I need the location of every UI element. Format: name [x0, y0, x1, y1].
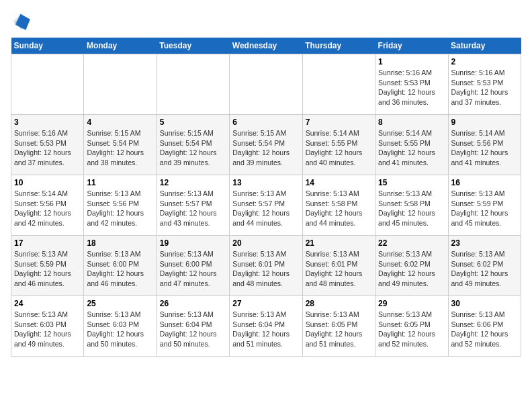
calendar: SundayMondayTuesdayWednesdayThursdayFrid…: [11, 38, 521, 357]
day-number: 9: [451, 118, 518, 127]
day-number: 16: [451, 178, 518, 187]
day-info: Sunrise: 5:15 AM Sunset: 5:54 PM Dayligh…: [232, 128, 299, 168]
day-number: 23: [451, 238, 518, 248]
calendar-cell-w4d1: 25Sunrise: 5:13 AM Sunset: 6:03 PM Dayli…: [84, 296, 157, 357]
day-number: 6: [232, 118, 299, 127]
day-number: 28: [306, 299, 372, 308]
calendar-cell-w3d3: 20Sunrise: 5:13 AM Sunset: 6:01 PM Dayli…: [230, 236, 302, 296]
day-number: 12: [160, 178, 226, 187]
calendar-cell-w4d5: 29Sunrise: 5:13 AM Sunset: 6:05 PM Dayli…: [375, 296, 448, 357]
calendar-cell-w1d1: 4Sunrise: 5:15 AM Sunset: 5:54 PM Daylig…: [84, 115, 157, 175]
day-number: 5: [160, 118, 226, 127]
week-row-4: 24Sunrise: 5:13 AM Sunset: 6:03 PM Dayli…: [11, 296, 521, 357]
day-info: Sunrise: 5:14 AM Sunset: 5:56 PM Dayligh…: [14, 189, 81, 228]
weekday-header-row: SundayMondayTuesdayWednesdayThursdayFrid…: [11, 38, 521, 54]
calendar-cell-w1d5: 8Sunrise: 5:14 AM Sunset: 5:55 PM Daylig…: [375, 115, 448, 175]
day-number: 24: [14, 299, 81, 308]
day-number: 13: [232, 178, 299, 187]
day-number: 17: [14, 238, 81, 248]
calendar-cell-w0d1: [84, 54, 157, 115]
day-info: Sunrise: 5:13 AM Sunset: 5:56 PM Dayligh…: [87, 189, 153, 228]
calendar-cell-w3d6: 23Sunrise: 5:13 AM Sunset: 6:02 PM Dayli…: [448, 236, 521, 296]
weekday-header-monday: Monday: [84, 38, 157, 54]
day-number: 10: [14, 178, 81, 187]
day-info: Sunrise: 5:16 AM Sunset: 5:53 PM Dayligh…: [378, 68, 445, 107]
day-info: Sunrise: 5:13 AM Sunset: 6:04 PM Dayligh…: [232, 310, 299, 349]
calendar-cell-w2d2: 12Sunrise: 5:13 AM Sunset: 5:57 PM Dayli…: [157, 175, 229, 236]
calendar-cell-w1d0: 3Sunrise: 5:16 AM Sunset: 5:53 PM Daylig…: [11, 115, 84, 175]
calendar-cell-w4d3: 27Sunrise: 5:13 AM Sunset: 6:04 PM Dayli…: [230, 296, 302, 357]
day-number: 29: [378, 299, 445, 308]
day-number: 14: [306, 178, 372, 187]
calendar-cell-w3d0: 17Sunrise: 5:13 AM Sunset: 5:59 PM Dayli…: [11, 236, 84, 296]
day-number: 3: [14, 118, 81, 127]
day-info: Sunrise: 5:13 AM Sunset: 6:05 PM Dayligh…: [378, 310, 445, 349]
calendar-cell-w1d4: 7Sunrise: 5:14 AM Sunset: 5:55 PM Daylig…: [302, 115, 375, 175]
calendar-cell-w2d5: 15Sunrise: 5:13 AM Sunset: 5:58 PM Dayli…: [375, 175, 448, 236]
logo-icon: [11, 11, 32, 32]
day-info: Sunrise: 5:14 AM Sunset: 5:55 PM Dayligh…: [378, 128, 445, 168]
calendar-cell-w0d4: [302, 54, 375, 115]
day-number: 18: [87, 238, 153, 248]
day-number: 21: [306, 238, 372, 248]
day-info: Sunrise: 5:13 AM Sunset: 6:02 PM Dayligh…: [451, 249, 518, 289]
calendar-cell-w0d6: 2Sunrise: 5:16 AM Sunset: 5:53 PM Daylig…: [448, 54, 521, 115]
day-number: 2: [451, 57, 518, 66]
calendar-cell-w4d2: 26Sunrise: 5:13 AM Sunset: 6:04 PM Dayli…: [157, 296, 229, 357]
weekday-header-tuesday: Tuesday: [157, 38, 229, 54]
calendar-cell-w4d6: 30Sunrise: 5:13 AM Sunset: 6:06 PM Dayli…: [448, 296, 521, 357]
calendar-cell-w0d5: 1Sunrise: 5:16 AM Sunset: 5:53 PM Daylig…: [375, 54, 448, 115]
day-info: Sunrise: 5:15 AM Sunset: 5:54 PM Dayligh…: [87, 128, 153, 168]
day-number: 22: [378, 238, 445, 248]
week-row-0: 1Sunrise: 5:16 AM Sunset: 5:53 PM Daylig…: [11, 54, 521, 115]
day-number: 20: [232, 238, 299, 248]
calendar-cell-w3d4: 21Sunrise: 5:13 AM Sunset: 6:01 PM Dayli…: [302, 236, 375, 296]
day-number: 15: [378, 178, 445, 187]
calendar-cell-w0d2: [157, 54, 229, 115]
week-row-1: 3Sunrise: 5:16 AM Sunset: 5:53 PM Daylig…: [11, 115, 521, 175]
day-number: 7: [306, 118, 372, 127]
day-info: Sunrise: 5:13 AM Sunset: 6:00 PM Dayligh…: [160, 249, 226, 289]
day-number: 25: [87, 299, 153, 308]
calendar-cell-w1d6: 9Sunrise: 5:14 AM Sunset: 5:56 PM Daylig…: [448, 115, 521, 175]
day-number: 30: [451, 299, 518, 308]
day-info: Sunrise: 5:13 AM Sunset: 6:05 PM Dayligh…: [306, 310, 372, 349]
day-info: Sunrise: 5:13 AM Sunset: 5:57 PM Dayligh…: [232, 189, 299, 228]
day-number: 26: [160, 299, 226, 308]
day-info: Sunrise: 5:13 AM Sunset: 5:58 PM Dayligh…: [378, 189, 445, 228]
day-number: 27: [232, 299, 299, 308]
weekday-header-friday: Friday: [375, 38, 448, 54]
calendar-cell-w2d6: 16Sunrise: 5:13 AM Sunset: 5:59 PM Dayli…: [448, 175, 521, 236]
day-info: Sunrise: 5:13 AM Sunset: 6:02 PM Dayligh…: [378, 249, 445, 289]
day-info: Sunrise: 5:13 AM Sunset: 6:03 PM Dayligh…: [14, 310, 81, 349]
page-header: [11, 11, 521, 32]
day-info: Sunrise: 5:15 AM Sunset: 5:54 PM Dayligh…: [160, 128, 226, 168]
calendar-cell-w2d3: 13Sunrise: 5:13 AM Sunset: 5:57 PM Dayli…: [230, 175, 302, 236]
calendar-cell-w3d2: 19Sunrise: 5:13 AM Sunset: 6:00 PM Dayli…: [157, 236, 229, 296]
day-number: 19: [160, 238, 226, 248]
calendar-cell-w1d3: 6Sunrise: 5:15 AM Sunset: 5:54 PM Daylig…: [230, 115, 302, 175]
calendar-cell-w4d4: 28Sunrise: 5:13 AM Sunset: 6:05 PM Dayli…: [302, 296, 375, 357]
day-info: Sunrise: 5:13 AM Sunset: 6:04 PM Dayligh…: [160, 310, 226, 349]
calendar-cell-w4d0: 24Sunrise: 5:13 AM Sunset: 6:03 PM Dayli…: [11, 296, 84, 357]
day-info: Sunrise: 5:13 AM Sunset: 5:58 PM Dayligh…: [306, 189, 372, 228]
day-info: Sunrise: 5:13 AM Sunset: 6:01 PM Dayligh…: [306, 249, 372, 289]
calendar-cell-w2d0: 10Sunrise: 5:14 AM Sunset: 5:56 PM Dayli…: [11, 175, 84, 236]
day-info: Sunrise: 5:16 AM Sunset: 5:53 PM Dayligh…: [451, 68, 518, 107]
week-row-2: 10Sunrise: 5:14 AM Sunset: 5:56 PM Dayli…: [11, 175, 521, 236]
weekday-header-saturday: Saturday: [448, 38, 521, 54]
day-info: Sunrise: 5:13 AM Sunset: 6:03 PM Dayligh…: [87, 310, 153, 349]
day-number: 11: [87, 178, 153, 187]
day-number: 1: [378, 57, 445, 66]
calendar-cell-w3d5: 22Sunrise: 5:13 AM Sunset: 6:02 PM Dayli…: [375, 236, 448, 296]
day-info: Sunrise: 5:14 AM Sunset: 5:55 PM Dayligh…: [306, 128, 372, 168]
calendar-cell-w1d2: 5Sunrise: 5:15 AM Sunset: 5:54 PM Daylig…: [157, 115, 229, 175]
weekday-header-wednesday: Wednesday: [230, 38, 302, 54]
calendar-cell-w2d1: 11Sunrise: 5:13 AM Sunset: 5:56 PM Dayli…: [84, 175, 157, 236]
day-info: Sunrise: 5:13 AM Sunset: 5:59 PM Dayligh…: [451, 189, 518, 228]
weekday-header-sunday: Sunday: [11, 38, 84, 54]
day-info: Sunrise: 5:13 AM Sunset: 5:59 PM Dayligh…: [14, 249, 81, 289]
day-info: Sunrise: 5:13 AM Sunset: 6:01 PM Dayligh…: [232, 249, 299, 289]
calendar-cell-w2d4: 14Sunrise: 5:13 AM Sunset: 5:58 PM Dayli…: [302, 175, 375, 236]
day-info: Sunrise: 5:16 AM Sunset: 5:53 PM Dayligh…: [14, 128, 81, 168]
